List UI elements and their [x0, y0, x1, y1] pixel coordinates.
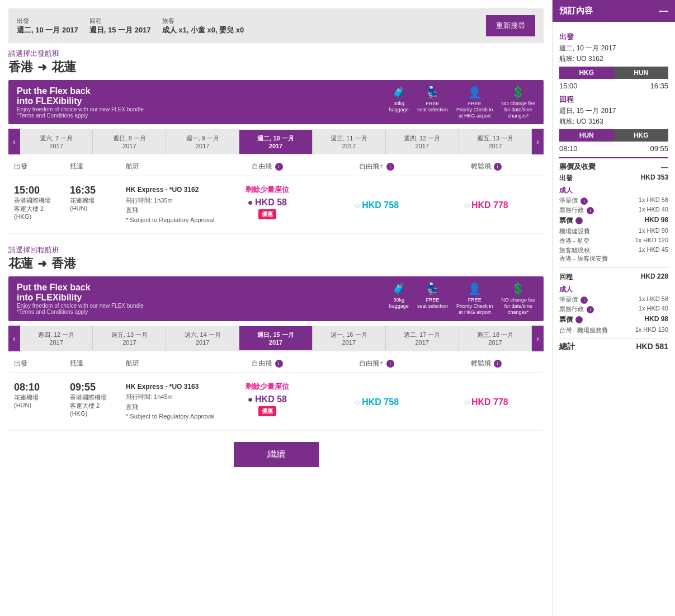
sidebar-outbound-arrive-time: 16:35	[650, 82, 668, 90]
fees-header: 票價及收費 —	[559, 157, 668, 172]
aviation-value: 1x HKD 120	[635, 237, 668, 245]
outbound-price-amount-3: HKD 778	[471, 200, 508, 210]
inbound-baggage-icon: 🧳	[392, 282, 406, 295]
inbound-total-label: 回程	[559, 272, 573, 282]
return-field: 回程 週日, 15 一月 2017	[89, 17, 151, 35]
depart-label: 出發	[17, 17, 78, 25]
outbound-header-fare3: 輕鬆飛 i	[434, 162, 538, 171]
inbound-radio-2[interactable]: ○	[355, 397, 360, 407]
outbound-price-1[interactable]: 剩餘少量座位 ● HKD 58 優惠	[215, 185, 319, 219]
outbound-depart-airport: 香港國際機場 客運大樓 2 (HKG)	[14, 196, 70, 220]
inbound-fare-info[interactable]: i	[580, 297, 588, 304]
fare2-info-icon[interactable]: i	[386, 163, 394, 171]
inbound-seat-icon: 💺	[426, 282, 440, 295]
outbound-price-amount-1: HKD 58	[255, 198, 287, 207]
baggage-icon: 🧳	[392, 86, 406, 99]
inbound-price-2[interactable]: ○ HKD 758	[325, 382, 429, 416]
inbound-fare-row: 淨票價 i 1x HKD 58	[559, 295, 668, 304]
inbound-header-fare1: 自由飛 i	[215, 359, 319, 368]
outbound-fare-info[interactable]: i	[580, 198, 588, 205]
fare3-info-icon[interactable]: i	[494, 163, 502, 171]
depart-value: 週二, 10 一月 2017	[17, 25, 78, 35]
inbound-date-5[interactable]: 週二, 17 一月2017	[386, 326, 459, 350]
outbound-radio-3[interactable]: ○	[464, 200, 470, 210]
inbound-price-info[interactable]: i	[575, 316, 583, 323]
outbound-price-options: 剩餘少量座位 ● HKD 58 優惠 ○ HKD 758 ○ HKD 778	[215, 185, 538, 219]
inbound-price-value: HKD 98	[644, 315, 668, 325]
inbound-price-3[interactable]: ○ HKD 778	[434, 382, 538, 416]
taiwan-fee-row: 台灣 - 機場服務費 1x HKD 130	[559, 326, 668, 335]
outbound-tax-info[interactable]: i	[587, 207, 594, 214]
airport-fee-value: 1x HKD 90	[639, 227, 668, 236]
outbound-radio-1[interactable]: ●	[248, 198, 253, 207]
inbound-flex-subtitle: Enjoy freedom of choice with our new FLE…	[17, 303, 144, 309]
outbound-date-prev[interactable]: ‹	[8, 129, 20, 154]
inbound-fare3-info-icon[interactable]: i	[494, 360, 502, 368]
research-button[interactable]: 重新搜尋	[486, 15, 535, 36]
departure-tax-label: 旅客離境稅 香港 - 旅客保安費	[559, 246, 608, 263]
outbound-tax-row: 票務行政 i 1x HKD 40	[559, 206, 668, 214]
inbound-route-arrow: ➜	[37, 257, 47, 270]
inbound-price-1[interactable]: 剩餘少量座位 ● HKD 58 優惠	[215, 382, 319, 416]
outbound-flight-no: *UO 3162	[169, 186, 199, 194]
outbound-date-5[interactable]: 週四, 12 一月2017	[386, 130, 459, 154]
inbound-date-0[interactable]: 週四, 12 一月2017	[20, 326, 93, 350]
seat-icon: 💺	[426, 86, 440, 99]
inbound-fare2-info-icon[interactable]: i	[386, 360, 394, 368]
inbound-date-prev[interactable]: ‹	[8, 326, 20, 351]
outbound-header-prices: 自由飛 i 自由飛+ i 輕鬆飛 i	[215, 162, 538, 171]
outbound-header-fare2: 自由飛+ i	[325, 162, 429, 171]
inbound-date-3[interactable]: 週日, 15 一月2017	[239, 326, 313, 350]
outbound-price-info[interactable]: i	[575, 217, 583, 224]
departure-tax-value: 1x HKD 45	[639, 246, 668, 263]
outbound-tax-label: 票務行政	[559, 206, 584, 213]
outbound-flex-text: Put the Flex backinto FLEXibility Enjoy …	[17, 86, 144, 119]
inbound-fare-label: 淨票價	[559, 296, 578, 303]
outbound-date-0[interactable]: 週六, 7 一月2017	[20, 130, 93, 154]
inbound-header-arrive: 抵達	[70, 359, 126, 368]
inbound-flight-row: 08:10 花蓮機場 (HUN) 09:55 香港國際機場 客運大樓 2 (HK…	[8, 373, 544, 431]
inbound-date-1[interactable]: 週五, 13 一月2017	[93, 326, 166, 350]
inbound-sale-badge: 優惠	[258, 406, 276, 416]
inbound-date-6[interactable]: 週三, 18 一月2017	[459, 326, 532, 350]
sidebar-outbound-flight: 航班: UO 3162	[559, 54, 668, 64]
sidebar-inbound-flight: 航班: UO 3163	[559, 117, 668, 126]
inbound-radio-1[interactable]: ●	[248, 394, 253, 404]
sidebar-minimize-button[interactable]: —	[659, 6, 668, 16]
fees-minimize-button[interactable]: —	[661, 163, 668, 171]
outbound-date-6[interactable]: 週五, 13 一月2017	[459, 130, 532, 154]
sidebar-inbound-date: 週日, 15 一月 2017	[559, 106, 668, 116]
inbound-date-next[interactable]: ›	[532, 326, 544, 351]
outbound-section-link[interactable]: 請選擇出發航班	[8, 49, 59, 58]
inbound-table-header: 出發 抵達 航班 自由飛 i 自由飛+ i 輕鬆飛 i	[8, 354, 544, 373]
outbound-date-next[interactable]: ›	[532, 129, 544, 154]
fare1-info-icon[interactable]: i	[275, 163, 283, 171]
outbound-date-2[interactable]: 週一, 9 一月2017	[166, 130, 239, 154]
return-label: 回程	[89, 17, 151, 25]
continue-section: 繼續	[8, 431, 544, 478]
inbound-date-2[interactable]: 週六, 14 一月2017	[166, 326, 239, 350]
inbound-arrive-airport: 香港國際機場 客運大樓 2 (HKG)	[70, 393, 126, 417]
outbound-header-fare1: 自由飛 i	[215, 162, 319, 171]
outbound-date-3[interactable]: 週二, 10 一月2017	[239, 130, 313, 154]
outbound-radio-2[interactable]: ○	[355, 200, 360, 210]
outbound-date-1[interactable]: 週日, 8 一月2017	[93, 130, 166, 154]
outbound-date-selector: ‹ 週六, 7 一月2017 週日, 8 一月2017 週一, 9 一月2017…	[8, 129, 544, 154]
aviation-fee-row: 香港 - 航空 1x HKD 120	[559, 237, 668, 245]
continue-button[interactable]: 繼續	[234, 442, 319, 467]
outbound-airline: HK Express -	[126, 186, 168, 194]
inbound-section-link[interactable]: 請選擇回程航班	[8, 246, 59, 254]
inbound-priority-icon: 👤	[468, 282, 482, 295]
inbound-date-cells: 週四, 12 一月2017 週五, 13 一月2017 週六, 14 一月201…	[20, 326, 532, 350]
outbound-date-4[interactable]: 週三, 11 一月2017	[313, 130, 386, 154]
inbound-radio-3[interactable]: ○	[464, 397, 470, 407]
inbound-date-4[interactable]: 週一, 16 一月2017	[313, 326, 386, 350]
outbound-price-3[interactable]: ○ HKD 778	[434, 185, 538, 219]
inbound-fare1-info-icon[interactable]: i	[275, 360, 283, 368]
inbound-tax-info[interactable]: i	[587, 306, 594, 313]
outbound-price-2[interactable]: ○ HKD 758	[325, 185, 429, 219]
outbound-arrive-time: 16:35	[70, 185, 126, 196]
outbound-arrive-airport: 花蓮機場 (HUN)	[70, 196, 126, 211]
outbound-depart-time: 15:00	[14, 185, 70, 196]
inbound-nochange-icon: 💲	[511, 282, 525, 295]
